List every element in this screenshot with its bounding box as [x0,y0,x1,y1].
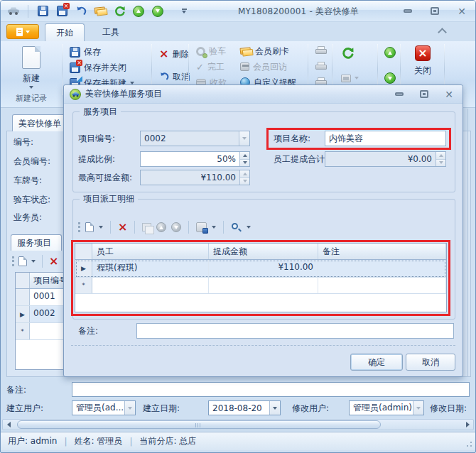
ribbon-separator [62,44,63,95]
new-page-icon [22,46,40,69]
refresh-icon[interactable] [112,4,126,18]
grid-row-selected[interactable]: ▶ 程琪(程琪) ¥110.00 [75,260,446,278]
chevron-down-icon[interactable] [99,226,103,229]
spinner-buttons [436,152,445,166]
save-and-close-button[interactable]: 保存并关闭 [67,60,129,75]
toolbar-grip[interactable] [12,256,14,266]
new-button[interactable]: 新建 [9,43,53,94]
dialog-title-bar: 美容快修单服务项目 ✕ [64,85,463,104]
row-selector-header[interactable] [75,244,92,259]
tab-start[interactable]: 开始 [45,23,85,41]
resize-grip[interactable] [465,440,472,447]
chevron-down-icon[interactable] [413,401,423,415]
max-amount-field[interactable]: ¥110.00 [140,170,250,185]
dialog-restore-button[interactable] [416,89,432,100]
tab-service-items[interactable]: 服务项目 [11,234,62,251]
chevron-down-icon[interactable] [269,401,280,415]
tab-beauty-repair-order[interactable]: 美容快修单 [12,114,69,131]
export-icon[interactable] [196,222,207,232]
chevron-down-icon[interactable] [212,226,216,229]
created-by-combo[interactable]: 管理员(ad... [72,400,136,415]
delete-row-icon[interactable]: × [49,256,58,266]
rate-spinner[interactable]: 50% [140,151,250,167]
modified-by-label: 修改用户: [292,403,329,415]
minimize-button[interactable] [400,6,416,17]
project-name-input[interactable]: 内饰美容 [325,131,446,146]
inspect-vehicle-button[interactable]: 验车 [194,44,228,58]
member-card-icon [239,47,251,56]
modified-by-combo[interactable]: 管理员(admin) [349,400,424,415]
save-button[interactable]: 保存 [67,45,103,59]
scroll-left-icon[interactable] [4,421,13,428]
divider [71,345,455,346]
chevron-down-icon[interactable] [124,401,135,415]
copy-row-icon[interactable] [142,223,151,231]
dialog-minimize-button[interactable] [391,89,407,100]
spinner-buttons[interactable] [239,152,249,166]
scrollbar-thumb[interactable] [17,420,381,429]
close-button[interactable]: ✕ [454,6,470,17]
search-icon[interactable] [231,222,242,233]
app-menu-button[interactable] [6,24,39,39]
created-date-value: 2018-08-20 [209,403,269,413]
member-swipe-label: 会员刷卡 [255,45,289,58]
created-date-combo[interactable]: 2018-08-20 [208,400,281,415]
member-swipe-button[interactable]: 会员刷卡 [238,44,291,58]
staff-total-field[interactable]: ¥0.00 [325,151,446,167]
row-down-icon[interactable] [171,222,181,232]
column-header-amount[interactable]: 提成金额 [209,244,318,259]
member-no-label: 会员编号: [13,155,50,168]
undo-icon[interactable] [74,4,88,18]
finish-button[interactable]: ✓ 完工 [194,60,227,74]
dialog-remark-input[interactable] [136,323,454,339]
row-up-icon[interactable] [156,222,166,232]
record-up-button[interactable] [382,45,398,60]
horizontal-scrollbar[interactable] [2,419,474,430]
print-preview-button[interactable] [313,44,329,58]
project-no-combo[interactable]: 0002 [140,131,250,146]
ok-button[interactable]: 确定 [350,354,403,371]
device-button[interactable] [339,71,361,85]
grid-new-row[interactable]: * [75,278,446,294]
close-form-button[interactable]: 关闭 [403,43,443,77]
dialog-close-button[interactable]: ✕ [441,89,457,100]
restore-button[interactable] [427,6,443,17]
record-down-button[interactable] [382,71,398,85]
toolbar-grip[interactable] [78,222,80,232]
column-header-employee[interactable]: 员工 [92,244,209,259]
row-selector [16,289,30,305]
dialog-remark-label: 备注: [78,323,98,339]
chevron-down-icon[interactable] [31,260,36,263]
app-car-icon[interactable] [6,4,21,18]
member-visit-button[interactable]: 会员回访 [238,60,289,74]
qat-overflow-icon[interactable] [180,4,188,18]
move-up-icon[interactable] [131,4,146,18]
cancel-button[interactable]: 取消 [406,354,455,371]
add-row-icon[interactable] [85,222,94,232]
row-selector-header[interactable] [16,273,30,288]
close-label: 关闭 [414,65,431,77]
delete-row-icon[interactable]: × [118,222,127,232]
print-button[interactable] [313,60,329,74]
status-bar: 用户: admin | 姓名: 管理员 | 当前分店: 总店 [1,432,475,450]
scroll-right-icon[interactable] [463,421,472,428]
new-row-asterisk-icon: * [75,278,92,293]
refresh-button[interactable] [339,45,357,60]
move-down-icon[interactable] [151,4,165,18]
add-row-icon[interactable] [18,256,27,266]
remark-input[interactable] [72,382,470,397]
column-header-remark[interactable]: 备注 [318,244,446,259]
delete-button[interactable]: × 删除 [157,47,191,61]
status-user: 用户: admin [8,435,57,447]
chevron-down-icon[interactable] [239,131,249,146]
save-close-icon [70,62,80,73]
save-icon[interactable] [36,4,50,18]
tab-tools[interactable]: 工具 [92,23,130,41]
save-close-icon[interactable] [55,4,69,18]
divider [223,221,224,234]
down-circle-icon [384,72,396,84]
toolbar-overflow-icon[interactable] [247,226,251,229]
cancel-button[interactable]: 取消 [157,70,192,84]
collapse-ribbon-icon[interactable] [438,28,447,37]
card-folder-icon[interactable] [93,4,107,18]
